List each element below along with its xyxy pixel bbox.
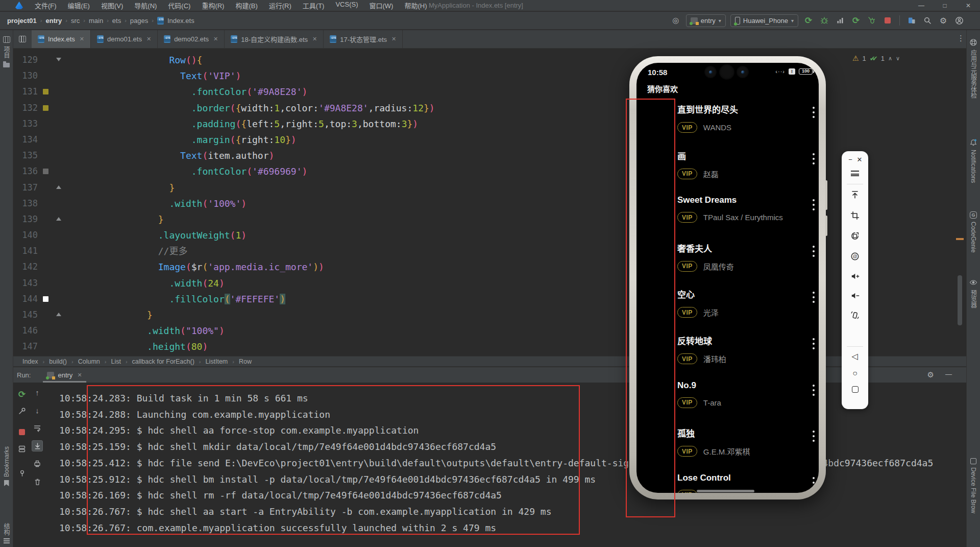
editor-scrollbar[interactable] <box>958 275 962 325</box>
breadcrumb-item[interactable]: Index.ets <box>167 17 194 25</box>
menu-item[interactable]: 工具(T) <box>298 0 329 11</box>
sidebar-item-device-file-browser[interactable]: Device File Brow <box>967 458 980 513</box>
print-icon[interactable] <box>32 458 43 469</box>
down-stack-trace-icon[interactable]: ↓ <box>32 405 43 416</box>
song-row[interactable]: 反转地球VIP潘玮柏 <box>677 334 819 364</box>
stop-icon[interactable] <box>882 15 893 26</box>
more-options-icon[interactable] <box>813 107 815 118</box>
tab-options-kebab-icon[interactable]: ⋮ <box>957 34 965 43</box>
hide-panel-icon[interactable]: — <box>945 370 952 379</box>
up-stack-trace-icon[interactable]: ↑ <box>32 387 43 398</box>
song-row[interactable]: 空心VIP光泽 <box>677 288 819 318</box>
rotate-screen-icon[interactable]: @ <box>842 252 868 261</box>
breadcrumb-item[interactable]: pages <box>130 17 148 25</box>
editor-tab[interactable]: ETSdemo01.ets✕ <box>91 30 158 48</box>
color-preview-marker[interactable] <box>43 296 48 302</box>
code-line[interactable]: .width("100%") <box>81 323 435 339</box>
code-line[interactable]: .height(80) <box>81 339 435 354</box>
song-row[interactable]: 直到世界的尽头VIPWANDS <box>677 103 819 133</box>
menu-item[interactable]: 帮助(H) <box>400 0 431 11</box>
song-row[interactable]: 孤独VIPG.E.M.邓紫棋 <box>677 426 819 457</box>
menu-icon[interactable] <box>842 171 868 176</box>
back-icon[interactable]: ◁ <box>842 351 868 361</box>
code-area[interactable]: Row(){ Text('VIP') .fontColor('#9A8E28')… <box>81 52 435 355</box>
sidebar-item-notifications[interactable]: Notifications <box>967 138 980 183</box>
rerun-icon[interactable]: ⟳ <box>16 389 28 400</box>
code-line[interactable]: Text('VIP') <box>81 68 435 84</box>
volume-down-icon[interactable] <box>842 291 868 300</box>
more-options-icon[interactable] <box>813 477 815 488</box>
breadcrumb-item[interactable]: project01 <box>7 17 37 25</box>
editor-tab[interactable]: ETS17-状态管理.ets✕ <box>324 30 403 48</box>
color-preview-marker[interactable] <box>43 105 48 111</box>
menu-item[interactable]: 视图(V) <box>96 0 128 11</box>
code-line[interactable]: } <box>81 307 435 323</box>
scroll-to-end-icon[interactable] <box>32 440 43 451</box>
close-tab-icon[interactable]: ✕ <box>213 36 218 42</box>
menu-item[interactable]: 代码(C) <box>163 0 195 11</box>
code-line[interactable]: .layoutWeight(1) <box>81 227 435 243</box>
breadcrumb-item[interactable]: ets <box>112 17 121 25</box>
color-preview-marker[interactable] <box>43 89 48 94</box>
breadcrumb-item[interactable]: main <box>89 17 103 25</box>
code-line[interactable]: .border({width:1,color:'#9A8E28',radius:… <box>81 100 435 116</box>
code-line[interactable]: Row(){ <box>81 52 435 68</box>
more-options-icon[interactable] <box>813 246 815 257</box>
close-tab-icon[interactable]: ✕ <box>77 372 82 378</box>
volume-up-icon[interactable] <box>842 272 868 281</box>
device-manager-icon[interactable] <box>906 15 917 26</box>
structure-crumb[interactable]: build() <box>49 358 67 365</box>
code-line[interactable]: .fillColor('#FEFEFE') <box>81 291 435 307</box>
stop-icon[interactable] <box>16 426 28 438</box>
breadcrumb-item[interactable]: entry <box>45 17 62 25</box>
locate-target-icon[interactable]: ◎ <box>670 15 681 26</box>
pin-tab-icon[interactable] <box>16 467 28 479</box>
settings-gear-icon[interactable]: ⚙ <box>938 15 949 26</box>
minimize-icon[interactable]: — <box>910 0 933 11</box>
module-selector[interactable]: entry ▾ <box>686 14 726 27</box>
song-row[interactable]: 画VIP赵磊 <box>677 149 819 179</box>
profiler-icon[interactable] <box>835 15 846 26</box>
sidebar-item-codegenie[interactable]: G CodeGenie <box>967 211 980 253</box>
device-selector[interactable]: Huawei_Phone ▾ <box>730 14 798 27</box>
debug-app-icon[interactable] <box>819 15 830 26</box>
code-line[interactable]: .width(24) <box>81 275 435 291</box>
structure-crumb[interactable]: Column <box>78 358 100 365</box>
more-options-icon[interactable] <box>813 153 815 164</box>
split-columns-icon[interactable] <box>13 30 32 48</box>
code-line[interactable]: .padding({left:5,right:5,top:3,bottom:3}… <box>81 116 435 132</box>
editor-tab[interactable]: ETSIndex.ets✕ <box>32 30 91 48</box>
attach-debugger-icon[interactable] <box>866 15 877 26</box>
more-options-icon[interactable] <box>813 431 815 442</box>
code-line[interactable]: } <box>81 211 435 227</box>
error-stripe-mark[interactable] <box>956 238 964 240</box>
menu-item[interactable]: 构建(B) <box>231 0 262 11</box>
recents-icon[interactable] <box>842 386 868 393</box>
editor-tab[interactable]: ETS18-自定义构建函数.ets✕ <box>225 30 324 48</box>
code-line[interactable]: .margin({right:10}) <box>81 132 435 148</box>
code-line[interactable]: .fontColor('#696969') <box>81 163 435 179</box>
run-tab-entry[interactable]: entry ✕ <box>42 367 87 383</box>
restart-app-icon[interactable]: ⟳ <box>850 15 862 26</box>
home-indicator[interactable] <box>697 490 754 492</box>
menu-item[interactable]: 编辑(E) <box>63 0 94 11</box>
sidebar-item-app-check[interactable]: 应用与元服务体检 <box>967 38 980 99</box>
run-app-icon[interactable]: ⟳ <box>803 15 814 26</box>
fold-marker-icon[interactable] <box>56 58 61 61</box>
code-line[interactable]: //更多 <box>81 243 435 259</box>
restore-layout-icon[interactable] <box>16 443 28 455</box>
more-options-icon[interactable] <box>813 385 815 396</box>
account-icon[interactable] <box>953 15 965 26</box>
clear-all-trash-icon[interactable] <box>32 476 43 487</box>
fold-marker-icon[interactable] <box>56 313 61 316</box>
editor-tab[interactable]: ETSdemo02.ets✕ <box>158 30 225 48</box>
sidebar-item-structure[interactable]: 结构 <box>0 523 13 543</box>
screenshot-crop-icon[interactable] <box>842 211 868 220</box>
close-icon[interactable]: ✕ <box>957 0 980 11</box>
menu-item[interactable]: 导航(N) <box>130 0 161 11</box>
fold-marker-icon[interactable] <box>56 217 61 221</box>
song-row[interactable]: 奢香夫人VIP凤凰传奇 <box>677 242 819 272</box>
inspections-widget[interactable]: ⚠ 1 ✔✔ 1 ∧ ∨ <box>852 54 900 62</box>
upload-to-top-icon[interactable] <box>842 190 868 199</box>
fold-marker-icon[interactable] <box>56 185 61 189</box>
